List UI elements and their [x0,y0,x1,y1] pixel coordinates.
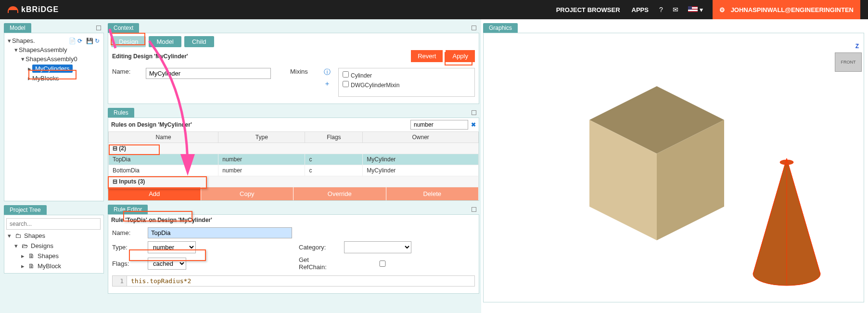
revert-button[interactable]: Revert [411,50,443,62]
rule-editor-header: Rule 'TopDia' on Design 'MyCylinder' [108,215,479,225]
cell-owner: MyCylinder [363,165,479,176]
tree-node-assembly[interactable]: ▾ ShapesAssembly [6,45,102,54]
reload-icon[interactable]: ↻ [95,38,102,44]
caret-icon[interactable]: ▸ [20,252,26,260]
caret-icon[interactable]: ▾ [6,232,12,239]
nav-apps[interactable]: APPS [632,6,649,13]
caret-icon[interactable]: ▾ [6,37,12,44]
rule-row-bottomdia[interactable]: BottomDia number c MyCylinder [109,165,479,176]
mixin-label: Cylinder [351,72,372,79]
panel-collapse-icon[interactable] [96,26,101,30]
code-content[interactable]: this.topRadius*2 [127,276,474,286]
file-icon: 🗎 [28,262,35,270]
tree-root[interactable]: ▾ Shapes. 📄 ⟳ 💾 ↻ [6,36,102,45]
model-panel-tab[interactable]: Model [4,23,31,33]
caret-icon[interactable]: ▸ [20,262,26,270]
panel-collapse-icon[interactable] [472,26,476,30]
cell-flags: c [305,154,363,165]
col-type[interactable]: Type [218,132,305,143]
mixin-item[interactable]: DWGCylinderMixin [341,80,472,90]
mixins-list[interactable]: Cylinder DWGCylinderMixin [338,68,475,97]
re-category-label: Category: [299,244,337,251]
name-label: Name: [112,68,141,75]
caret-icon[interactable]: ▾ [20,55,26,63]
rule-name-input[interactable] [148,227,292,238]
col-owner[interactable]: Owner [363,132,479,143]
view-cube[interactable]: FRONT [835,52,862,72]
pt-shapes[interactable]: ▸ 🗎 Shapes [6,251,102,261]
tab-design[interactable]: Design [111,36,146,47]
rules-filter-input[interactable] [410,120,468,130]
rule-category-select[interactable] [344,241,411,253]
apply-button[interactable]: Apply [446,50,475,62]
tab-model[interactable]: Model [149,36,181,47]
cell-owner: MyCylinder [363,154,479,165]
caret-icon[interactable]: ▾ [13,46,19,53]
tree-node-myblocks[interactable]: ▸ MyBlocks [6,74,102,83]
nav-project-browser[interactable]: PROJECT BROWSER [556,6,620,13]
model-panel: Model ▾ Shapes. 📄 ⟳ 💾 ↻ ▾ ShapesAssemb [4,23,104,201]
rule-flags-select[interactable]: cached [148,258,186,270]
mixin-checkbox[interactable] [343,81,349,87]
project-tree-tab[interactable]: Project Tree [4,205,47,215]
folder-icon: 🗀 [15,232,21,239]
rule-group-row[interactable]: ⊟ (2) [109,143,479,154]
project-search-input[interactable] [6,218,101,230]
info-icon[interactable]: ⓘ [324,68,331,77]
rules-tab[interactable]: Rules [108,108,134,117]
pt-myblock[interactable]: ▸ 🗎 MyBlock [6,261,102,271]
rules-button-bar: Add Copy Override Delete [108,187,479,200]
rule-row-topdia[interactable]: TopDia number c MyCylinder [109,154,479,165]
pt-designs[interactable]: ▾ 🗁 Designs [6,241,102,251]
design-name-input[interactable] [146,68,271,79]
user-menu[interactable]: ⚙ JOHNASPINWALL@ENGINEERINGINTEN [713,0,860,19]
rule-group-row[interactable]: ⊟ Inputs (3) [109,176,479,187]
delete-button[interactable]: Delete [386,187,479,200]
file-icon: 🗎 [28,252,35,260]
clear-filter-icon[interactable]: ✖ [471,121,476,128]
mail-icon[interactable]: ✉ [673,6,678,13]
add-button[interactable]: Add [108,187,201,200]
context-tab[interactable]: Context [108,23,139,33]
caret-icon[interactable]: ▸ [26,75,32,82]
save-icon[interactable]: 💾 [86,38,93,44]
caret-icon[interactable]: ▸ [26,65,32,72]
copy-icon[interactable]: 📄 [69,38,76,44]
tree-node-mycylinders[interactable]: ▸ MyCylinders [6,64,102,74]
re-name-label: Name: [112,229,141,236]
logo-icon [8,6,18,13]
tree-label: ShapesAssembly0 [26,55,77,63]
tree-root-label: Shapes. [12,37,35,44]
mixins-label: Mixins [290,68,319,75]
tab-child[interactable]: Child [184,36,214,47]
caret-icon[interactable]: ▾ [13,242,19,249]
graphics-panel: Graphics Z FRONT [483,23,864,307]
graphics-viewport[interactable]: Z FRONT [483,33,864,302]
refchain-checkbox[interactable] [344,261,421,267]
editing-design-label: Editing Design 'MyCylinder' [112,53,188,60]
cell-name: TopDia [109,154,218,165]
code-editor[interactable]: 1 this.topRadius*2 [112,275,475,287]
col-flags[interactable]: Flags [305,132,363,143]
graphics-tab[interactable]: Graphics [483,23,518,33]
rules-panel: Rules Rules on Design 'MyCylinder' ✖ Nam… [108,108,479,201]
pt-root[interactable]: ▾ 🗀 Shapes [6,231,102,241]
nav-help[interactable]: ? [659,6,663,13]
flag-icon[interactable]: ▾ [688,6,703,13]
cell-name: BottomDia [109,165,218,176]
panel-collapse-icon[interactable] [472,207,476,212]
graphics-svg [484,33,864,302]
mixin-item[interactable]: Cylinder [341,70,472,80]
refresh-icon[interactable]: ⟳ [77,38,84,44]
panel-collapse-icon[interactable] [472,110,476,115]
rule-type-select[interactable]: number [148,241,196,253]
override-button[interactable]: Override [294,187,386,200]
tree-node-assembly0[interactable]: ▾ ShapesAssembly0 [6,54,102,64]
add-mixin-icon[interactable]: ＋ [324,79,331,88]
re-refchain-label: Get RefChain: [299,256,337,271]
axis-z-label: Z [855,43,859,50]
copy-button[interactable]: Copy [201,187,294,200]
col-name[interactable]: Name [109,132,218,143]
mixin-checkbox[interactable] [343,71,349,78]
rule-editor-tab[interactable]: Rule Editor [108,205,148,214]
